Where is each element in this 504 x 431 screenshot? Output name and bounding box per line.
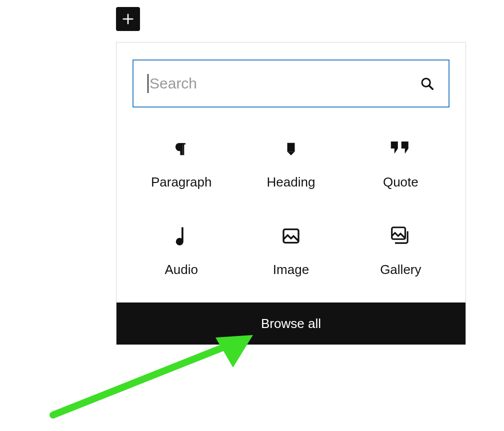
block-item-paragraph[interactable]: Paragraph: [126, 132, 236, 195]
block-label: Paragraph: [151, 174, 212, 190]
block-item-heading[interactable]: Heading: [236, 132, 346, 195]
block-inserter-panel: Paragraph Heading: [116, 42, 466, 345]
svg-point-5: [176, 238, 183, 246]
block-label: Heading: [267, 174, 316, 190]
block-item-image[interactable]: Image: [236, 220, 346, 282]
browse-all-label: Browse all: [261, 316, 321, 332]
search-submit[interactable]: [420, 76, 434, 91]
search-container: [116, 42, 466, 118]
svg-rect-2: [287, 143, 294, 152]
paragraph-icon: [174, 138, 190, 160]
image-icon: [281, 225, 301, 247]
gallery-icon: [390, 225, 412, 247]
browse-all-button[interactable]: Browse all: [116, 302, 466, 344]
search-input[interactable]: [150, 75, 420, 92]
text-cursor: [148, 74, 148, 93]
search-box[interactable]: [132, 60, 450, 108]
block-label: Image: [273, 262, 309, 278]
block-label: Quote: [383, 174, 418, 190]
heading-icon: [284, 138, 298, 160]
svg-line-8: [53, 344, 233, 415]
add-block-button[interactable]: [116, 7, 140, 31]
search-icon: [420, 76, 434, 91]
block-label: Audio: [164, 262, 198, 278]
svg-line-1: [430, 86, 432, 89]
block-item-gallery[interactable]: Gallery: [346, 220, 456, 282]
blocks-grid: Paragraph Heading: [116, 118, 466, 302]
plus-icon: [121, 12, 135, 26]
block-label: Gallery: [380, 262, 421, 278]
audio-icon: [174, 225, 189, 247]
block-item-quote[interactable]: Quote: [346, 132, 456, 195]
block-item-audio[interactable]: Audio: [126, 220, 236, 282]
quote-icon: [390, 138, 411, 160]
